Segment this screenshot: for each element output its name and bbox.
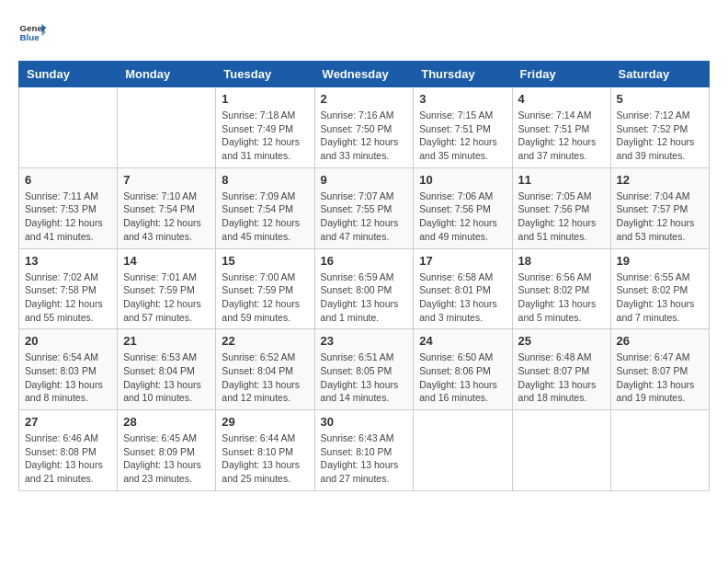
column-header-thursday: Thursday bbox=[414, 62, 512, 87]
column-header-tuesday: Tuesday bbox=[216, 62, 314, 87]
day-info: Sunrise: 6:56 AM Sunset: 8:02 PM Dayligh… bbox=[518, 270, 605, 325]
calendar-cell: 17Sunrise: 6:58 AM Sunset: 8:01 PM Dayli… bbox=[414, 248, 512, 329]
day-info: Sunrise: 6:51 AM Sunset: 8:05 PM Dayligh… bbox=[321, 350, 408, 405]
day-number: 14 bbox=[123, 254, 210, 268]
calendar-cell: 23Sunrise: 6:51 AM Sunset: 8:05 PM Dayli… bbox=[314, 329, 414, 410]
calendar-cell: 9Sunrise: 7:07 AM Sunset: 7:55 PM Daylig… bbox=[314, 167, 414, 248]
day-info: Sunrise: 6:59 AM Sunset: 8:00 PM Dayligh… bbox=[321, 270, 408, 325]
calendar-cell: 6Sunrise: 7:11 AM Sunset: 7:53 PM Daylig… bbox=[19, 167, 118, 248]
day-number: 22 bbox=[222, 334, 308, 348]
calendar-table: SundayMondayTuesdayWednesdayThursdayFrid… bbox=[18, 61, 710, 491]
day-number: 15 bbox=[222, 254, 308, 268]
column-header-friday: Friday bbox=[512, 62, 610, 87]
calendar-cell: 10Sunrise: 7:06 AM Sunset: 7:56 PM Dayli… bbox=[414, 167, 512, 248]
calendar-cell: 4Sunrise: 7:14 AM Sunset: 7:51 PM Daylig… bbox=[512, 87, 610, 168]
week-row-5: 27Sunrise: 6:46 AM Sunset: 8:08 PM Dayli… bbox=[19, 410, 710, 491]
day-info: Sunrise: 6:45 AM Sunset: 8:09 PM Dayligh… bbox=[123, 431, 210, 486]
column-header-wednesday: Wednesday bbox=[314, 62, 414, 87]
calendar-cell bbox=[610, 410, 709, 491]
day-info: Sunrise: 7:10 AM Sunset: 7:54 PM Dayligh… bbox=[123, 190, 210, 244]
calendar-cell: 3Sunrise: 7:15 AM Sunset: 7:51 PM Daylig… bbox=[414, 87, 512, 168]
calendar-cell: 18Sunrise: 6:56 AM Sunset: 8:02 PM Dayli… bbox=[512, 248, 610, 329]
day-number: 10 bbox=[419, 173, 506, 187]
header-row: SundayMondayTuesdayWednesdayThursdayFrid… bbox=[19, 62, 710, 87]
calendar-cell: 22Sunrise: 6:52 AM Sunset: 8:04 PM Dayli… bbox=[216, 329, 314, 410]
day-info: Sunrise: 6:58 AM Sunset: 8:01 PM Dayligh… bbox=[419, 270, 506, 325]
day-info: Sunrise: 6:44 AM Sunset: 8:10 PM Dayligh… bbox=[222, 431, 308, 486]
day-info: Sunrise: 6:50 AM Sunset: 8:06 PM Dayligh… bbox=[419, 350, 506, 405]
week-row-3: 13Sunrise: 7:02 AM Sunset: 7:58 PM Dayli… bbox=[19, 248, 710, 329]
day-number: 26 bbox=[617, 334, 703, 348]
calendar-cell: 13Sunrise: 7:02 AM Sunset: 7:58 PM Dayli… bbox=[19, 248, 118, 329]
day-info: Sunrise: 7:04 AM Sunset: 7:57 PM Dayligh… bbox=[617, 190, 703, 244]
column-header-monday: Monday bbox=[118, 62, 216, 87]
calendar-cell: 14Sunrise: 7:01 AM Sunset: 7:59 PM Dayli… bbox=[118, 248, 216, 329]
calendar-cell: 28Sunrise: 6:45 AM Sunset: 8:09 PM Dayli… bbox=[118, 410, 216, 491]
day-info: Sunrise: 7:07 AM Sunset: 7:55 PM Dayligh… bbox=[321, 190, 408, 244]
calendar-cell: 11Sunrise: 7:05 AM Sunset: 7:56 PM Dayli… bbox=[512, 167, 610, 248]
calendar-cell: 25Sunrise: 6:48 AM Sunset: 8:07 PM Dayli… bbox=[512, 329, 610, 410]
day-info: Sunrise: 7:12 AM Sunset: 7:52 PM Dayligh… bbox=[617, 109, 703, 163]
day-number: 28 bbox=[123, 415, 210, 429]
day-number: 20 bbox=[25, 334, 111, 348]
day-info: Sunrise: 7:11 AM Sunset: 7:53 PM Dayligh… bbox=[25, 190, 111, 244]
day-info: Sunrise: 7:18 AM Sunset: 7:49 PM Dayligh… bbox=[222, 109, 308, 163]
day-info: Sunrise: 6:48 AM Sunset: 8:07 PM Dayligh… bbox=[518, 350, 605, 405]
calendar-cell bbox=[118, 87, 216, 168]
calendar-cell bbox=[512, 410, 610, 491]
day-number: 29 bbox=[222, 415, 308, 429]
day-info: Sunrise: 7:05 AM Sunset: 7:56 PM Dayligh… bbox=[518, 190, 605, 244]
day-number: 30 bbox=[321, 415, 408, 429]
day-number: 5 bbox=[617, 92, 703, 106]
day-info: Sunrise: 7:01 AM Sunset: 7:59 PM Dayligh… bbox=[123, 270, 210, 325]
calendar-cell bbox=[19, 87, 118, 168]
calendar-cell: 8Sunrise: 7:09 AM Sunset: 7:54 PM Daylig… bbox=[216, 167, 314, 248]
day-number: 9 bbox=[321, 173, 408, 187]
day-info: Sunrise: 7:00 AM Sunset: 7:59 PM Dayligh… bbox=[222, 270, 308, 325]
day-number: 27 bbox=[25, 415, 111, 429]
day-info: Sunrise: 7:15 AM Sunset: 7:51 PM Dayligh… bbox=[419, 109, 506, 163]
day-number: 24 bbox=[419, 334, 506, 348]
header: General Blue bbox=[18, 18, 710, 46]
day-number: 21 bbox=[123, 334, 210, 348]
day-info: Sunrise: 7:16 AM Sunset: 7:50 PM Dayligh… bbox=[321, 109, 408, 163]
day-info: Sunrise: 6:55 AM Sunset: 8:02 PM Dayligh… bbox=[617, 270, 703, 325]
calendar-cell: 29Sunrise: 6:44 AM Sunset: 8:10 PM Dayli… bbox=[216, 410, 314, 491]
day-info: Sunrise: 6:53 AM Sunset: 8:04 PM Dayligh… bbox=[123, 350, 210, 405]
day-number: 3 bbox=[419, 92, 506, 106]
day-info: Sunrise: 7:06 AM Sunset: 7:56 PM Dayligh… bbox=[419, 190, 506, 244]
calendar-cell: 15Sunrise: 7:00 AM Sunset: 7:59 PM Dayli… bbox=[216, 248, 314, 329]
day-number: 12 bbox=[617, 173, 703, 187]
column-header-saturday: Saturday bbox=[610, 62, 709, 87]
logo: General Blue bbox=[18, 18, 46, 46]
week-row-4: 20Sunrise: 6:54 AM Sunset: 8:03 PM Dayli… bbox=[19, 329, 710, 410]
calendar-cell: 2Sunrise: 7:16 AM Sunset: 7:50 PM Daylig… bbox=[314, 87, 414, 168]
day-number: 25 bbox=[518, 334, 605, 348]
calendar-cell: 16Sunrise: 6:59 AM Sunset: 8:00 PM Dayli… bbox=[314, 248, 414, 329]
day-info: Sunrise: 6:47 AM Sunset: 8:07 PM Dayligh… bbox=[617, 350, 703, 405]
logo-icon: General Blue bbox=[18, 18, 46, 46]
calendar-cell: 26Sunrise: 6:47 AM Sunset: 8:07 PM Dayli… bbox=[610, 329, 709, 410]
column-header-sunday: Sunday bbox=[19, 62, 118, 87]
day-info: Sunrise: 7:02 AM Sunset: 7:58 PM Dayligh… bbox=[25, 270, 111, 325]
calendar-cell: 27Sunrise: 6:46 AM Sunset: 8:08 PM Dayli… bbox=[19, 410, 118, 491]
day-number: 1 bbox=[222, 92, 308, 106]
day-number: 11 bbox=[518, 173, 605, 187]
day-number: 17 bbox=[419, 254, 506, 268]
day-info: Sunrise: 7:14 AM Sunset: 7:51 PM Dayligh… bbox=[518, 109, 605, 163]
day-number: 19 bbox=[617, 254, 703, 268]
day-number: 4 bbox=[518, 92, 605, 106]
calendar-cell: 24Sunrise: 6:50 AM Sunset: 8:06 PM Dayli… bbox=[414, 329, 512, 410]
day-info: Sunrise: 6:54 AM Sunset: 8:03 PM Dayligh… bbox=[25, 350, 111, 405]
svg-text:Blue: Blue bbox=[20, 32, 40, 42]
day-number: 6 bbox=[25, 173, 111, 187]
day-number: 2 bbox=[321, 92, 408, 106]
calendar-cell bbox=[414, 410, 512, 491]
day-info: Sunrise: 6:43 AM Sunset: 8:10 PM Dayligh… bbox=[321, 431, 408, 486]
day-number: 7 bbox=[123, 173, 210, 187]
calendar-cell: 30Sunrise: 6:43 AM Sunset: 8:10 PM Dayli… bbox=[314, 410, 414, 491]
day-info: Sunrise: 7:09 AM Sunset: 7:54 PM Dayligh… bbox=[222, 190, 308, 244]
day-number: 18 bbox=[518, 254, 605, 268]
calendar-cell: 5Sunrise: 7:12 AM Sunset: 7:52 PM Daylig… bbox=[610, 87, 709, 168]
calendar-cell: 20Sunrise: 6:54 AM Sunset: 8:03 PM Dayli… bbox=[19, 329, 118, 410]
